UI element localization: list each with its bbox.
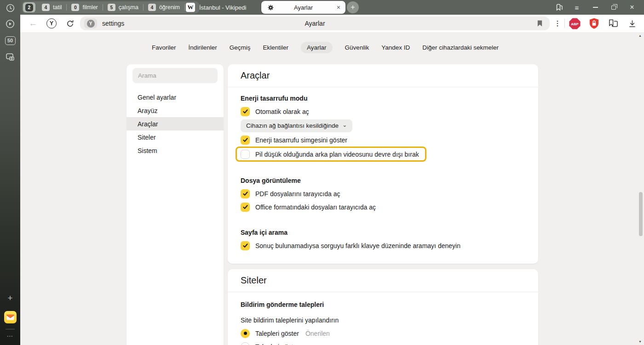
- collections-panel-button[interactable]: [604, 15, 623, 32]
- sidebar-divider: [6, 329, 15, 329]
- page-scrollbar[interactable]: ▲ ▼: [638, 32, 644, 345]
- tab-ayarlar-active[interactable]: Ayarlar ×: [261, 1, 345, 14]
- back-arrow-icon: ←: [29, 18, 38, 28]
- url-text: settings: [102, 20, 124, 27]
- highlighted-setting-box[interactable]: Pil düşük olduğunda arka plan videosunu …: [236, 147, 426, 162]
- nav-guvenlik[interactable]: Güvenlik: [345, 44, 369, 51]
- nav-diger-cihazlar[interactable]: Diğer cihazlardaki sekmeler: [422, 44, 499, 51]
- nav-indirilenler[interactable]: İndirilenler: [189, 44, 217, 51]
- history-icon[interactable]: [0, 0, 20, 16]
- recorder-count: 50: [5, 36, 16, 45]
- protect-shield-extension[interactable]: [584, 15, 604, 32]
- yandex-mail-icon[interactable]: [4, 311, 17, 323]
- shield-lock-icon: [589, 17, 599, 29]
- browser-toolbar: ← Y Y settings Ayarlar ⋮ ABP: [20, 15, 644, 32]
- new-tab-button[interactable]: +: [347, 1, 359, 13]
- refresh-button[interactable]: [61, 15, 79, 32]
- add-panel-button[interactable]: +: [0, 290, 20, 306]
- restore-button[interactable]: [604, 0, 623, 15]
- settings-sidebar-card: Genel ayarlar Arayüz Araçlar Siteler Sis…: [126, 64, 224, 345]
- checkbox-checked-icon[interactable]: [241, 203, 250, 212]
- side-panels-icon[interactable]: [549, 0, 568, 15]
- close-window-button[interactable]: ×: [623, 0, 641, 15]
- downloads-button[interactable]: [623, 15, 641, 32]
- scroll-up-icon[interactable]: ▲: [638, 34, 642, 37]
- checkbox-checked-icon[interactable]: [241, 107, 250, 116]
- plus-icon: +: [7, 293, 12, 303]
- tab-group-tatil[interactable]: 4 tatil: [37, 4, 66, 11]
- checkbox-checked-icon[interactable]: [241, 136, 250, 145]
- checkbox-checked-icon[interactable]: [241, 241, 250, 250]
- tools-card-title: Araçlar: [241, 70, 270, 81]
- tab-groups-bar: 2 4 tatil 0 filmler 5 çalışma 4 öğrenim …: [22, 1, 199, 13]
- show-energy-icon-checkbox-row[interactable]: Enerji tasarrufu simgesini göster: [241, 133, 525, 147]
- recommended-hint: Önerilen: [305, 330, 330, 337]
- nav-ayarlar-active[interactable]: Ayarlar: [301, 42, 333, 53]
- active-tab-group[interactable]: 2: [23, 2, 35, 12]
- nav-eklentiler[interactable]: Eklentiler: [263, 44, 289, 51]
- sidebar-item-araclar-active[interactable]: Araçlar: [126, 117, 224, 130]
- radio-checked-icon[interactable]: [241, 329, 250, 338]
- hide-requests-radio-row[interactable]: Talepleri gösterme: [241, 340, 525, 345]
- omnibox-kebab-menu[interactable]: ⋮: [551, 19, 564, 28]
- search-input[interactable]: [132, 72, 218, 79]
- screenshot-icon[interactable]: [0, 49, 20, 65]
- recorder-badge-icon[interactable]: 50: [0, 32, 20, 49]
- collections-icon: [608, 18, 619, 28]
- scrollbar-thumb[interactable]: [639, 192, 643, 236]
- minimize-button[interactable]: [586, 0, 604, 15]
- nav-gecmis[interactable]: Geçmiş: [230, 44, 251, 51]
- refresh-icon: [66, 19, 75, 28]
- pdf-checkbox-row[interactable]: PDF dosyalarını tarayıcıda aç: [241, 187, 525, 200]
- checkbox-unchecked-icon[interactable]: [241, 150, 250, 159]
- tab-strip: 2 4 tatil 0 filmler 5 çalışma 4 öğrenim …: [20, 0, 644, 15]
- file-viewing-heading: Dosya görüntüleme: [241, 174, 525, 187]
- kebab-icon: ⋮: [554, 19, 561, 27]
- tools-settings-card: Araçlar Enerji tasarrufu modu Otomatik o…: [228, 64, 538, 264]
- keyboard-layout-checkbox-row[interactable]: Sonuç bulunamadıysa sorguyu farklı klavy…: [241, 239, 525, 252]
- settings-search[interactable]: [132, 68, 218, 83]
- find-in-page-heading: Sayfa içi arama: [241, 226, 525, 239]
- active-group-count: 2: [25, 4, 33, 11]
- office-checkbox-row[interactable]: Office formatındaki dosyaları tarayıcıda…: [241, 200, 525, 214]
- tab-group-filmler[interactable]: 0 filmler: [67, 4, 102, 11]
- sidebar-item-siteler[interactable]: Siteler: [126, 130, 224, 144]
- wikipedia-favicon: W: [186, 3, 195, 12]
- sidebar-more-button[interactable]: ⋯: [0, 330, 20, 341]
- yandex-logo-icon: Y: [46, 18, 57, 28]
- download-icon: [628, 19, 637, 28]
- svg-text:ABP: ABP: [571, 22, 578, 26]
- chevron-down-icon: ⌄: [342, 122, 347, 128]
- notifications-heading: Bildirim gönderme talepleri: [241, 298, 525, 311]
- energy-mode-dropdown[interactable]: Cihazın ağ bağlantısı kesildiğinde ⌄: [241, 119, 352, 132]
- close-tab-icon[interactable]: ×: [337, 4, 340, 11]
- browser-menu-icon[interactable]: ≡: [568, 0, 586, 15]
- sidebar-item-arayuz[interactable]: Arayüz: [126, 104, 224, 117]
- sidebar-item-genel-ayarlar[interactable]: Genel ayarlar: [126, 90, 224, 104]
- video-player-icon[interactable]: [0, 16, 20, 32]
- tab-istanbul-vikipedi[interactable]: W İstanbul - Vikipedi: [182, 0, 250, 15]
- tab-group-calisma[interactable]: 5 çalışma: [103, 4, 143, 11]
- tools-card-header: Araçlar: [228, 64, 538, 87]
- auto-on-checkbox-row[interactable]: Otomatik olarak aç: [241, 105, 525, 118]
- address-bar[interactable]: Y settings Ayarlar: [80, 17, 550, 30]
- abp-icon: ABP: [569, 17, 581, 30]
- notifications-description: Site bildirim taleplerini yapılandırın: [241, 313, 525, 327]
- settings-top-nav: Favoriler İndirilenler Geçmiş Eklentiler…: [20, 42, 630, 53]
- nav-yandex-id[interactable]: Yandex ID: [381, 44, 410, 51]
- checkbox-checked-icon[interactable]: [241, 189, 250, 198]
- gear-icon: [267, 4, 274, 11]
- browser-side-panel: 50 + ⋯: [0, 0, 20, 345]
- adblock-plus-extension[interactable]: ABP: [565, 15, 584, 32]
- scroll-down-icon[interactable]: ▼: [638, 340, 642, 343]
- sites-card-header: Siteler: [228, 269, 538, 292]
- sites-settings-card: Siteler Bildirim gönderme talepleri Site…: [228, 269, 538, 345]
- radio-unchecked-icon[interactable]: [241, 342, 250, 345]
- bookmark-icon[interactable]: [537, 20, 543, 29]
- show-requests-radio-row[interactable]: Talepleri göster Önerilen: [241, 327, 525, 340]
- tab-group-ogrenim[interactable]: 4 öğrenim: [144, 4, 184, 11]
- yandex-home-button[interactable]: Y: [42, 15, 61, 32]
- nav-favoriler[interactable]: Favoriler: [152, 44, 176, 51]
- back-button[interactable]: ←: [24, 15, 42, 32]
- sidebar-item-sistem[interactable]: Sistem: [126, 144, 224, 157]
